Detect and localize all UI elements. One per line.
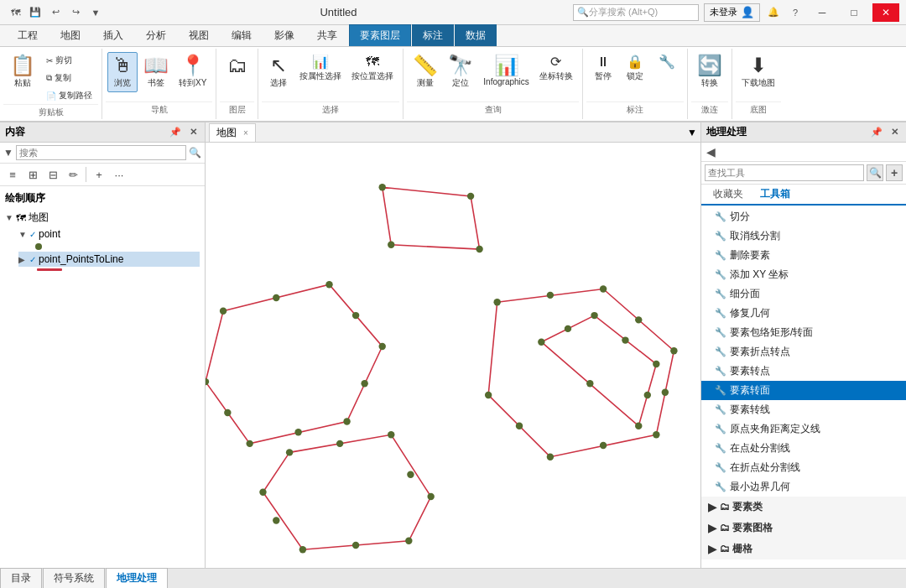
- geo-back-icon[interactable]: ◀: [706, 145, 716, 159]
- paste-button[interactable]: 📋 粘贴: [5, 52, 40, 92]
- goto-xy-button[interactable]: 📍 转到XY: [174, 52, 211, 92]
- more-options-btn[interactable]: ···: [110, 165, 128, 184]
- tab-bianji[interactable]: 编辑: [221, 24, 263, 46]
- geo-tool-yaosuzhunmian[interactable]: 🔧 要素转面: [701, 381, 906, 400]
- select-button[interactable]: ↖ 选择: [263, 52, 294, 92]
- pause-button[interactable]: ⏸ 暂停: [588, 52, 618, 86]
- geo-search-icon-btn[interactable]: 🔍: [867, 164, 883, 181]
- geo-tool-zuixiaobianjie[interactable]: 🔧 最小边界几何: [701, 477, 906, 497]
- tab-gongxiang[interactable]: 共享: [306, 24, 348, 46]
- geo-tool-yuandianjiajiao[interactable]: 🔧 原点夹角距离定义线: [701, 419, 906, 439]
- user-login-area[interactable]: 未登录 👤: [704, 3, 760, 22]
- lock-button[interactable]: 🔒 锁定: [620, 52, 650, 86]
- user-avatar-icon: 👤: [741, 6, 754, 18]
- map-tab-dropdown-icon[interactable]: ▼: [687, 127, 697, 138]
- tree-item-map[interactable]: ▼ 🗺 地图: [5, 209, 200, 226]
- geo-tool-yaosuzhuandian[interactable]: 🔧 要素转点: [701, 362, 906, 381]
- tab-yingxiang[interactable]: 影像: [263, 24, 305, 46]
- save-icon[interactable]: 💾: [27, 4, 44, 21]
- more-icon[interactable]: ▼: [87, 4, 104, 21]
- tab-gongcheng[interactable]: 工程: [7, 24, 49, 46]
- geo-tool-icon-14: 🔧: [715, 462, 726, 473]
- geo-tool-label-4: 添加 XY 坐标: [730, 268, 789, 282]
- table-view-btn[interactable]: ⊞: [23, 165, 42, 184]
- notification-icon[interactable]: 🔔: [765, 4, 782, 21]
- map-tab-ditu[interactable]: 地图 ×: [209, 123, 256, 142]
- close-button[interactable]: ✕: [872, 3, 899, 22]
- geo-tool-icon-5: 🔧: [715, 289, 726, 299]
- cut-button[interactable]: ✂剪切: [42, 52, 96, 69]
- geo-tool-icon-4: 🔧: [715, 269, 726, 280]
- geoprocessing-panel: 地理处理 📌 ✕ ◀ 🔍 + 收藏夹 工具箱 🔧 切分 🔧 取消线分割: [700, 122, 906, 568]
- panel-pin-icon[interactable]: 📌: [167, 126, 184, 138]
- geo-category-yaosutuge[interactable]: ▶ 🗂 要素图格: [701, 518, 906, 539]
- download-map-label: 下载地图: [742, 77, 775, 89]
- geo-tool-shanchuyaosu[interactable]: 🔧 删除要素: [701, 246, 906, 265]
- locate-button[interactable]: 🔭 定位: [444, 52, 477, 92]
- geo-tool-zaidianchufengexian[interactable]: 🔧 在点处分割线: [701, 439, 906, 458]
- tab-shitu[interactable]: 视图: [178, 24, 220, 46]
- browse-button[interactable]: 🖱 浏览: [107, 52, 138, 92]
- geo-tool-quxiaoxianfenge[interactable]: 🔧 取消线分割: [701, 226, 906, 246]
- tab-charu[interactable]: 插入: [92, 24, 134, 46]
- map-canvas[interactable]: [206, 143, 700, 568]
- geo-tab-favorites[interactable]: 收藏夹: [705, 185, 752, 204]
- geo-tool-qiefen[interactable]: 🔧 切分: [701, 207, 906, 226]
- bottom-tab-fuhao[interactable]: 符号系统: [43, 568, 105, 588]
- geo-add-button[interactable]: +: [886, 164, 903, 181]
- tab-shuju[interactable]: 数据: [455, 24, 497, 46]
- redo-icon[interactable]: ↪: [67, 4, 84, 21]
- transform-button[interactable]: 🔄 转换: [693, 52, 726, 92]
- anno-tool-button[interactable]: 🔧: [652, 52, 682, 74]
- geo-tool-zaizhedian[interactable]: 🔧 在折点处分割线: [701, 458, 906, 477]
- copy-button[interactable]: ⧉复制: [42, 70, 96, 86]
- dot-poly2-2: [325, 281, 332, 288]
- list-view-btn[interactable]: ≡: [3, 165, 22, 184]
- copy-path-button[interactable]: 📄复制路径: [42, 87, 96, 104]
- geo-tool-tianjiaxyzuobiao[interactable]: 🔧 添加 XY 坐标: [701, 265, 906, 284]
- bookmark-button[interactable]: 📖 书签: [139, 52, 173, 92]
- bottom-tab-dilichuli[interactable]: 地理处理: [106, 568, 168, 588]
- measure-icon: 📏: [413, 55, 438, 75]
- geo-tool-yaosuzhunxian[interactable]: 🔧 要素转线: [701, 400, 906, 419]
- bottom-tab-mulu[interactable]: 目录: [0, 568, 42, 588]
- help-icon[interactable]: ?: [787, 4, 804, 21]
- geo-panel-pin-icon[interactable]: 📌: [868, 126, 885, 138]
- tree-item-point[interactable]: ▼ ✓ point: [18, 226, 200, 242]
- restore-button[interactable]: □: [841, 3, 867, 22]
- infographics-button[interactable]: 📊 Infographics: [479, 52, 533, 90]
- undo-icon[interactable]: ↩: [47, 4, 64, 21]
- tab-bianzhu[interactable]: 标注: [412, 24, 454, 46]
- download-map-button[interactable]: ⬇ 下载地图: [737, 52, 779, 92]
- geo-panel-close-icon[interactable]: ✕: [888, 126, 901, 138]
- global-search-box[interactable]: 🔍 分享搜索 (Alt+Q): [573, 4, 699, 21]
- layer-button[interactable]: 🗂: [222, 52, 253, 81]
- panel-close-icon[interactable]: ✕: [187, 126, 200, 138]
- contents-search-input[interactable]: [16, 145, 186, 160]
- map-tab-close-icon[interactable]: ×: [243, 128, 248, 138]
- tab-fenxi[interactable]: 分析: [135, 24, 177, 46]
- edit-view-btn[interactable]: ✏: [64, 165, 82, 184]
- select-by-attr-button[interactable]: 📊 按属性选择: [295, 52, 346, 86]
- geo-search-input[interactable]: [705, 164, 864, 181]
- geo-tool-zhediaozhuandian[interactable]: 🔧 要素折点转点: [701, 342, 906, 362]
- geo-tool-xiufujiahe[interactable]: 🔧 修复几何: [701, 304, 906, 323]
- dot-poly2-3: [379, 343, 386, 350]
- add-layer-btn[interactable]: +: [90, 165, 108, 184]
- tree-item-points-to-line[interactable]: ▶ ✓ point_PointsToLine: [18, 252, 200, 267]
- select-by-location-button[interactable]: 🗺 按位置选择: [347, 52, 398, 86]
- tab-yaosucengjie[interactable]: 要素图层: [349, 24, 411, 46]
- tab-ditu[interactable]: 地图: [49, 24, 91, 46]
- filter-view-btn[interactable]: ⊟: [44, 165, 62, 184]
- layer-group-label: 图层: [220, 101, 254, 117]
- geo-tool-icon-13: 🔧: [715, 443, 726, 454]
- geo-tool-baoluojuxing[interactable]: 🔧 要素包络矩形/转面: [701, 323, 906, 342]
- search-submit-icon[interactable]: 🔍: [189, 147, 201, 159]
- geo-category-shange[interactable]: ▶ 🗂 栅格: [701, 539, 906, 559]
- coord-transform-button[interactable]: ⟳ 坐标转换: [535, 52, 577, 86]
- geo-category-yaosulei[interactable]: ▶ 🗂 要素类: [701, 497, 906, 518]
- minimize-button[interactable]: ─: [809, 3, 836, 22]
- measure-button[interactable]: 📏 测量: [409, 52, 442, 92]
- geo-tab-toolbox[interactable]: 工具箱: [752, 185, 799, 206]
- geo-tool-xifenmian[interactable]: 🔧 细分面: [701, 284, 906, 304]
